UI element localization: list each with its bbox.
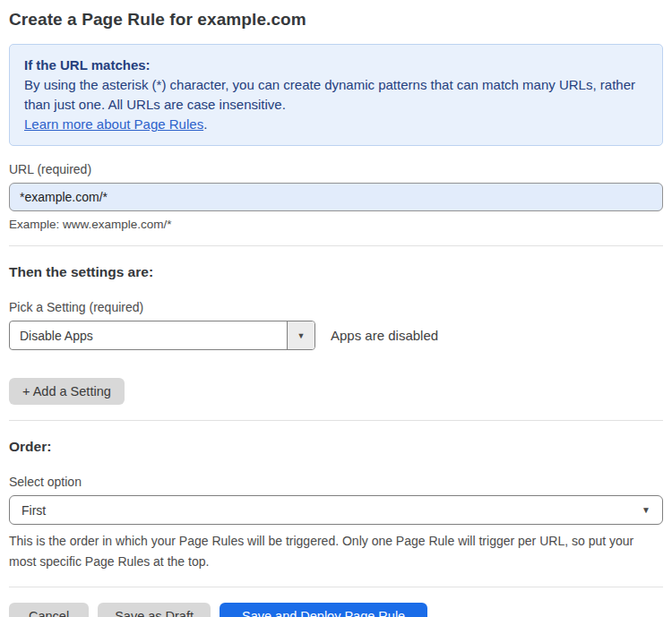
order-select-label: Select option (9, 475, 663, 489)
setting-select-value: Disable Apps (10, 321, 287, 349)
save-and-deploy-button[interactable]: Save and Deploy Page Rule (220, 603, 427, 617)
order-helper-text: This is the order in which your Page Rul… (9, 531, 654, 572)
order-section-heading: Order: (9, 439, 663, 455)
url-field-label: URL (required) (9, 162, 663, 176)
setting-select[interactable]: Disable Apps ▼ (9, 321, 315, 350)
chevron-down-icon[interactable]: ▼ (287, 321, 314, 349)
cancel-button[interactable]: Cancel (9, 603, 89, 617)
page-rule-form: Create a Page Rule for example.com If th… (0, 0, 672, 617)
add-setting-button[interactable]: + Add a Setting (9, 378, 125, 405)
divider (9, 245, 663, 246)
url-input[interactable] (9, 183, 663, 211)
save-as-draft-button[interactable]: Save as Draft (98, 603, 211, 617)
learn-more-link[interactable]: Learn more about Page Rules (24, 116, 203, 132)
setting-row: Disable Apps ▼ Apps are disabled (9, 321, 663, 350)
divider (9, 420, 663, 421)
form-actions: Cancel Save as Draft Save and Deploy Pag… (9, 603, 663, 617)
page-title: Create a Page Rule for example.com (9, 10, 663, 30)
url-example-helper: Example: www.example.com/* (9, 218, 663, 231)
setting-picker-label: Pick a Setting (required) (9, 300, 663, 314)
setting-description: Apps are disabled (331, 328, 438, 343)
settings-section-heading: Then the settings are: (9, 264, 663, 280)
info-box-link-line: Learn more about Page Rules. (24, 115, 648, 134)
divider (9, 587, 663, 587)
link-suffix: . (203, 116, 207, 132)
info-box-body: By using the asterisk (*) character, you… (24, 75, 648, 115)
order-select[interactable]: First ▼ (9, 495, 663, 525)
info-box-heading: If the URL matches: (24, 56, 648, 75)
order-select-value: First (22, 503, 46, 518)
chevron-down-icon: ▼ (642, 505, 650, 515)
url-matches-info-box: If the URL matches: By using the asteris… (9, 44, 663, 146)
